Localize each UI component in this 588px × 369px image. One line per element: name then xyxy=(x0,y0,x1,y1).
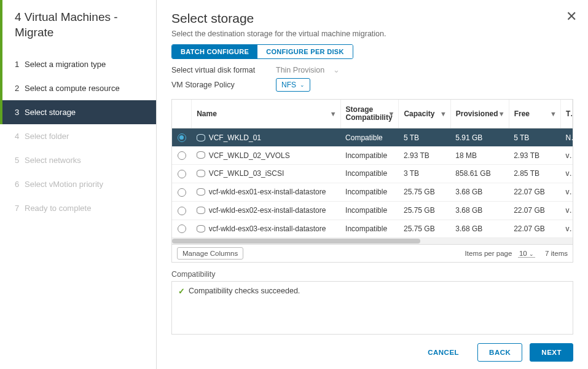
table-row[interactable]: vcf-wkld-esx03-esx-install-datastoreInco… xyxy=(172,220,573,238)
col-provisioned[interactable]: Provisioned▼ xyxy=(450,100,509,129)
cell-truncated: v xyxy=(560,183,572,201)
compatibility-panel: ✓ Compatibility checks succeeded. xyxy=(171,281,573,335)
cell-compat: Incompatible xyxy=(340,220,399,238)
step-label: Ready to complete xyxy=(25,204,91,213)
total-items: 7 items xyxy=(545,250,568,257)
filter-icon[interactable]: ▼ xyxy=(498,110,505,117)
disk-format-label: Select virtual disk format xyxy=(171,66,276,74)
compatibility-label: Compatibility xyxy=(171,270,573,279)
step-label: Select storage xyxy=(25,108,76,117)
step-number: 2 xyxy=(15,84,19,93)
cell-provisioned: 3.68 GB xyxy=(450,183,509,201)
storage-policy-select[interactable]: NFS ⌄ xyxy=(276,78,310,92)
radio-button[interactable] xyxy=(178,133,186,142)
scrollbar-thumb[interactable] xyxy=(172,239,420,244)
tab-batch-configure[interactable]: BATCH CONFIGURE xyxy=(172,45,257,58)
configure-tabs: BATCH CONFIGURE CONFIGURE PER DISK xyxy=(171,44,353,59)
step-ready-complete: 7 Ready to complete xyxy=(0,196,156,220)
step-label: Select vMotion priority xyxy=(25,180,103,189)
table-row[interactable]: VCF_WKLD_03_iSCSIIncompatible3 TB858.61 … xyxy=(172,165,573,183)
col-capacity-label: Capacity xyxy=(404,109,434,118)
datastore-icon xyxy=(197,151,205,159)
filter-icon[interactable]: ▼ xyxy=(330,110,337,117)
page-title: Select storage xyxy=(171,11,573,26)
cell-free: 2.85 TB xyxy=(509,165,560,183)
cancel-button[interactable]: CANCEL xyxy=(417,344,470,361)
col-free[interactable]: Free▼ xyxy=(509,100,560,129)
col-free-label: Free xyxy=(514,109,530,118)
cell-truncated: v xyxy=(560,146,572,164)
step-compute-resource[interactable]: 2 Select a compute resource xyxy=(0,76,156,100)
radio-button[interactable] xyxy=(178,188,186,197)
cell-free: 2.93 TB xyxy=(509,146,560,164)
next-button[interactable]: NEXT xyxy=(530,343,573,362)
step-number: 4 xyxy=(15,132,19,141)
step-label: Select a migration type xyxy=(25,60,106,69)
disk-format-value[interactable]: Thin Provision ⌄ xyxy=(276,65,362,74)
datastore-name: vcf-wkld-esx02-esx-install-datastore xyxy=(209,206,326,215)
step-migration-type[interactable]: 1 Select a migration type xyxy=(0,52,156,76)
cell-provisioned: 18 MB xyxy=(450,146,509,164)
datastore-icon xyxy=(197,225,205,232)
col-select xyxy=(172,100,192,129)
step-number: 1 xyxy=(15,60,19,69)
col-capacity[interactable]: Capacity▼ xyxy=(399,100,450,129)
table-row[interactable]: vcf-wkld-esx01-esx-install-datastoreInco… xyxy=(172,183,573,201)
table-row[interactable]: vcf-wkld-esx02-esx-install-datastoreInco… xyxy=(172,201,573,220)
cell-free: 22.07 GB xyxy=(509,220,560,238)
storage-policy-label: VM Storage Policy xyxy=(171,81,276,89)
cell-provisioned: 5.91 GB xyxy=(450,129,509,146)
horizontal-scrollbar[interactable] xyxy=(172,238,573,244)
datastore-name: vcf-wkld-esx03-esx-install-datastore xyxy=(209,224,326,233)
filter-icon[interactable]: ▼ xyxy=(550,110,557,117)
step-select-folder: 4 Select folder xyxy=(0,124,156,148)
back-button[interactable]: BACK xyxy=(477,343,522,362)
cell-truncated: N xyxy=(560,129,572,146)
radio-button[interactable] xyxy=(178,151,186,160)
chevron-down-icon: ⌄ xyxy=(333,66,340,74)
cell-compat: Incompatible xyxy=(340,146,399,164)
tab-configure-per-disk[interactable]: CONFIGURE PER DISK xyxy=(257,45,352,58)
datastore-name: VCF_WKLD_01 xyxy=(209,133,261,142)
cell-free: 5 TB xyxy=(509,129,560,146)
cell-truncated: v xyxy=(560,220,572,238)
cell-compat: Incompatible xyxy=(340,165,399,183)
datastore-icon xyxy=(197,170,205,177)
cell-provisioned: 3.68 GB xyxy=(450,201,509,220)
cell-compat: Incompatible xyxy=(340,201,399,220)
filter-icon[interactable]: ▼ xyxy=(388,110,395,117)
col-name[interactable]: Name▼ xyxy=(192,100,340,129)
step-select-networks: 5 Select networks xyxy=(0,148,156,172)
wizard-title: 4 Virtual Machines - Migrate xyxy=(0,0,156,52)
items-per-page-label: Items per page xyxy=(465,250,512,257)
cell-capacity: 25.75 GB xyxy=(399,220,450,238)
col-truncated-label: T xyxy=(566,109,573,118)
col-truncated[interactable]: T xyxy=(560,100,572,129)
items-per-page-select[interactable]: 10 ⌄ xyxy=(518,250,535,258)
radio-button[interactable] xyxy=(178,170,186,178)
table-row[interactable]: VCF_WKLD_01Compatible5 TB5.91 GB5 TBN xyxy=(172,129,573,146)
disk-format-text: Thin Provision xyxy=(276,66,324,74)
cell-provisioned: 858.61 GB xyxy=(450,165,509,183)
filter-icon[interactable]: ▼ xyxy=(440,110,447,117)
chevron-down-icon: ⌄ xyxy=(300,82,305,88)
step-select-storage[interactable]: 3 Select storage xyxy=(0,100,156,124)
cell-compat: Compatible xyxy=(340,129,399,146)
datastore-name: vcf-wkld-esx01-esx-install-datastore xyxy=(209,188,326,196)
cell-provisioned: 3.68 GB xyxy=(450,220,509,238)
datastore-icon xyxy=(197,134,205,141)
items-per-page-value: 10 xyxy=(519,250,527,257)
radio-button[interactable] xyxy=(178,224,186,233)
manage-columns-button[interactable]: Manage Columns xyxy=(177,247,243,260)
chevron-down-icon: ⌄ xyxy=(529,251,534,257)
cell-capacity: 25.75 GB xyxy=(399,201,450,220)
datastore-name: VCF_WKLD_02_VVOLS xyxy=(209,151,290,160)
table-row[interactable]: VCF_WKLD_02_VVOLSIncompatible2.93 TB18 M… xyxy=(172,146,573,164)
col-compat[interactable]: Storage Compatibility▼ xyxy=(340,100,399,129)
close-icon[interactable]: ✕ xyxy=(566,9,577,25)
cell-free: 22.07 GB xyxy=(509,183,560,201)
cell-truncated: v xyxy=(560,165,572,183)
radio-button[interactable] xyxy=(178,207,186,215)
cell-free: 22.07 GB xyxy=(509,201,560,220)
step-label: Select folder xyxy=(25,132,69,141)
